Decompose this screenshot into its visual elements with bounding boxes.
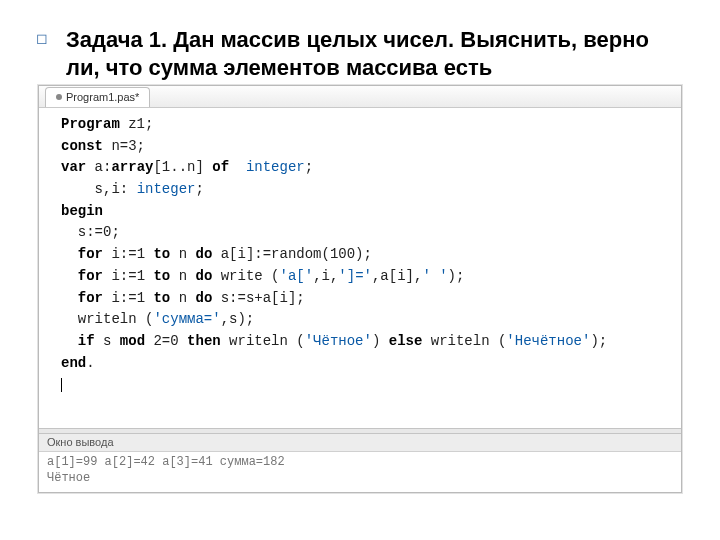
code-text: [1..n]	[153, 159, 212, 175]
code-text: ,s);	[221, 311, 255, 327]
code-text: writeln (	[422, 333, 506, 349]
code-text: a[i]:=random(100);	[212, 246, 372, 262]
kw-then: then	[187, 333, 221, 349]
kw-for: for	[78, 268, 103, 284]
bullet-icon: ◻	[36, 30, 48, 46]
task-text: Задача 1. Дан массив целых чисел. Выясни…	[66, 26, 680, 81]
ide-window: Program1.pas* Program z1; const n=3; var…	[38, 85, 682, 493]
code-text: i:=1	[103, 290, 153, 306]
kw-array: array	[111, 159, 153, 175]
output-panel-header[interactable]: Окно вывода	[39, 434, 681, 452]
code-text: 2=0	[145, 333, 187, 349]
code-text	[61, 333, 78, 349]
code-text: i:=1	[103, 246, 153, 262]
string-literal: 'Чётное'	[305, 333, 372, 349]
output-line: Чётное	[47, 470, 673, 486]
code-text: ;	[195, 181, 203, 197]
kw-to: to	[153, 246, 170, 262]
file-tab[interactable]: Program1.pas*	[45, 87, 150, 107]
code-text: n	[170, 268, 195, 284]
code-text	[61, 246, 78, 262]
type-integer: integer	[137, 181, 196, 197]
kw-for: for	[78, 290, 103, 306]
code-text	[61, 268, 78, 284]
kw-of: of	[212, 159, 229, 175]
output-panel: a[1]=99 a[2]=42 a[3]=41 сумма=182Чётное	[39, 452, 681, 492]
kw-for: for	[78, 246, 103, 262]
kw-const: const	[61, 138, 103, 154]
kw-end: end	[61, 355, 86, 371]
code-text: s:=s+a[i];	[212, 290, 304, 306]
kw-else: else	[389, 333, 423, 349]
kw-do: do	[195, 268, 212, 284]
kw-var: var	[61, 159, 86, 175]
string-literal: ' '	[422, 268, 447, 284]
code-text: ,a[i],	[372, 268, 422, 284]
code-text: n	[170, 246, 195, 262]
kw-do: do	[195, 246, 212, 262]
kw-to: to	[153, 268, 170, 284]
kw-to: to	[153, 290, 170, 306]
code-text: a:	[86, 159, 111, 175]
output-line: a[1]=99 a[2]=42 a[3]=41 сумма=182	[47, 454, 673, 470]
slide: ◻ Задача 1. Дан массив целых чисел. Выяс…	[0, 0, 720, 540]
code-text: );	[448, 268, 465, 284]
code-text: s,i:	[61, 181, 137, 197]
string-literal: ']='	[338, 268, 372, 284]
text-cursor	[61, 378, 62, 392]
code-text: n	[170, 290, 195, 306]
string-literal: 'a['	[280, 268, 314, 284]
modified-dot-icon	[56, 94, 62, 100]
code-text: ;	[305, 159, 313, 175]
tab-label: Program1.pas*	[66, 91, 139, 103]
kw-begin: begin	[61, 203, 103, 219]
code-text: write (	[212, 268, 279, 284]
kw-mod: mod	[120, 333, 145, 349]
kw-do: do	[195, 290, 212, 306]
string-literal: 'Нечётное'	[506, 333, 590, 349]
code-text	[61, 290, 78, 306]
code-text: ,i,	[313, 268, 338, 284]
kw-program: Program	[61, 116, 120, 132]
code-text: i:=1	[103, 268, 153, 284]
code-text: n=3;	[103, 138, 145, 154]
code-text: writeln (	[61, 311, 153, 327]
code-text	[229, 159, 246, 175]
code-text: );	[590, 333, 607, 349]
code-text: )	[372, 333, 389, 349]
code-editor[interactable]: Program z1; const n=3; var a:array[1..n]…	[39, 108, 681, 428]
code-text: .	[86, 355, 94, 371]
kw-if: if	[78, 333, 95, 349]
code-text: writeln (	[221, 333, 305, 349]
code-text: z1;	[120, 116, 154, 132]
code-text: s:=0;	[61, 224, 120, 240]
task-heading: Задача 1. Дан массив целых чисел. Выясни…	[0, 0, 720, 87]
type-integer: integer	[246, 159, 305, 175]
tab-bar: Program1.pas*	[39, 86, 681, 108]
string-literal: 'сумма='	[153, 311, 220, 327]
code-text: s	[95, 333, 120, 349]
